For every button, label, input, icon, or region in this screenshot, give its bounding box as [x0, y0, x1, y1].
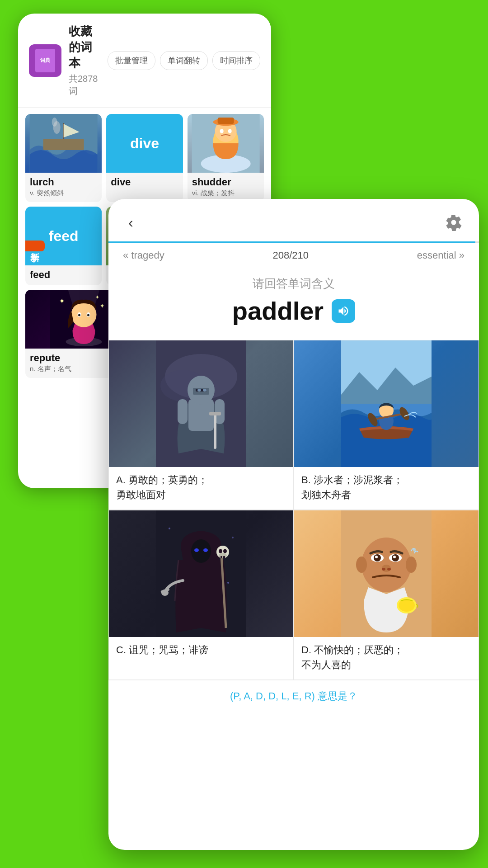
- options-grid: A. 勇敢的；英勇的； 勇敢地面对: [108, 340, 479, 680]
- svg-rect-56: [178, 399, 188, 424]
- svg-point-63: [197, 389, 201, 392]
- quiz-prompt: 请回答单词含义: [108, 276, 479, 292]
- svg-point-76: [227, 582, 229, 584]
- wordbook-title: 收藏的词本: [69, 24, 100, 71]
- dive-body: dive: [106, 173, 183, 193]
- svg-point-103: [387, 568, 391, 571]
- svg-rect-85: [221, 556, 222, 558]
- word-card-dive[interactable]: dive dive: [106, 114, 183, 202]
- spelling-row[interactable]: (P, A, D, D, L, E, R) 意思是？: [108, 680, 479, 708]
- svg-point-93: [356, 557, 367, 573]
- option-c[interactable]: C. 诅咒；咒骂；诽谤: [108, 510, 294, 680]
- word-dive: dive: [111, 176, 178, 188]
- dive-image: dive: [106, 114, 183, 173]
- quiz-word-row: paddler: [108, 296, 479, 326]
- speaker-icon: [337, 305, 350, 317]
- option-d[interactable]: D. 不愉快的；厌恶的； 不为人喜的: [294, 510, 479, 680]
- svg-point-84: [223, 549, 227, 553]
- progress-count: 208/210: [273, 250, 309, 261]
- option-b[interactable]: B. 涉水者；涉泥浆者； 划独木舟者: [294, 340, 479, 510]
- svg-rect-86: [223, 556, 225, 558]
- option-a[interactable]: A. 勇敢的；英勇的； 勇敢地面对: [108, 340, 294, 510]
- option-b-image: [294, 340, 479, 467]
- sour-svg: [294, 510, 479, 637]
- option-a-image: [109, 340, 293, 467]
- svg-text:✦: ✦: [95, 295, 99, 300]
- shudder-image: [188, 114, 264, 173]
- svg-rect-1: [43, 139, 84, 150]
- back-card-header: 收藏的词本 共2878词 批量管理 单词翻转 时间排序: [18, 14, 271, 108]
- option-c-label: C. 诅咒；咒骂；诽谤: [109, 637, 293, 665]
- knight-svg: [109, 340, 293, 467]
- svg-point-11: [220, 129, 223, 133]
- word-row-1: lurch v. 突然倾斜 dive dive: [25, 114, 264, 202]
- feed-body: feed: [25, 265, 102, 285]
- option-b-label: B. 涉水者；涉泥浆者； 划独木舟者: [294, 467, 479, 509]
- def-lurch: v. 突然倾斜: [30, 189, 97, 198]
- flip-word-button[interactable]: 单词翻转: [160, 51, 208, 70]
- svg-point-79: [203, 548, 208, 552]
- option-d-image: [294, 510, 479, 637]
- svg-rect-59: [209, 412, 221, 415]
- front-card: ‹ « tragedy 208/210 essential » 请回答单词含义 …: [108, 199, 479, 850]
- spelling-hint: (P, A, D, D, L, E, R) 意思是？: [230, 690, 357, 702]
- bulk-manage-button[interactable]: 批量管理: [108, 51, 155, 70]
- svg-rect-10: [217, 118, 234, 124]
- svg-point-94: [406, 557, 417, 573]
- svg-point-64: [203, 389, 206, 392]
- svg-point-74: [232, 537, 234, 538]
- shudder-body: shudder vi. 战栗；发抖: [188, 173, 264, 202]
- header-buttons: 批量管理 单词翻转 时间排序: [108, 51, 260, 70]
- word-card-lurch[interactable]: lurch v. 突然倾斜: [25, 114, 102, 202]
- lurch-image: [25, 114, 102, 173]
- option-a-label: A. 勇敢的；英勇的； 勇敢地面对: [109, 467, 293, 509]
- svg-point-36: [87, 314, 89, 316]
- new-learn-tag: 新学: [25, 241, 45, 251]
- settings-button[interactable]: [443, 212, 465, 233]
- svg-rect-58: [214, 413, 216, 449]
- svg-point-97: [375, 556, 378, 558]
- time-sort-button[interactable]: 时间排序: [212, 51, 260, 70]
- svg-text:✦: ✦: [59, 297, 65, 305]
- def-shudder: vi. 战栗；发抖: [192, 189, 259, 198]
- svg-point-106: [413, 548, 416, 552]
- reaper-svg: [109, 510, 293, 637]
- svg-point-83: [219, 549, 222, 553]
- svg-point-12: [228, 129, 231, 133]
- paddler-svg: [294, 340, 479, 467]
- word-lurch: lurch: [30, 176, 97, 188]
- nav-row: « tragedy 208/210 essential »: [108, 243, 479, 268]
- feed-word-display: feed: [49, 228, 79, 245]
- shudder-svg: [188, 114, 264, 173]
- gear-icon: [445, 214, 462, 231]
- prev-word[interactable]: « tragedy: [123, 250, 164, 261]
- svg-text:✦: ✦: [100, 303, 104, 309]
- svg-point-35: [78, 314, 80, 316]
- ship-svg: [25, 114, 102, 173]
- word-count: 共2878词: [69, 73, 100, 97]
- option-c-image: [109, 510, 293, 637]
- next-word[interactable]: essential »: [417, 250, 465, 261]
- lurch-body: lurch v. 突然倾斜: [25, 173, 102, 202]
- svg-point-73: [169, 528, 170, 529]
- front-topbar: ‹: [108, 199, 479, 241]
- svg-point-77: [191, 539, 211, 563]
- feed-image: feed: [25, 207, 102, 265]
- svg-point-32: [71, 302, 97, 327]
- svg-point-78: [194, 548, 199, 552]
- audio-button[interactable]: [332, 299, 355, 323]
- word-card-shudder[interactable]: shudder vi. 战栗；发抖: [188, 114, 264, 202]
- svg-point-4: [52, 118, 57, 127]
- wordbook-icon: [29, 44, 61, 77]
- word-shudder: shudder: [192, 176, 259, 188]
- dive-word-display: dive: [130, 135, 159, 152]
- back-button[interactable]: ‹: [123, 212, 139, 233]
- header-text: 收藏的词本 共2878词: [69, 24, 100, 97]
- quiz-word: paddler: [232, 296, 324, 326]
- word-feed: feed: [30, 269, 97, 281]
- option-d-label: D. 不愉快的；厌恶的； 不为人喜的: [294, 637, 479, 679]
- svg-point-100: [393, 556, 396, 558]
- svg-point-102: [382, 568, 385, 571]
- svg-point-82: [219, 553, 227, 558]
